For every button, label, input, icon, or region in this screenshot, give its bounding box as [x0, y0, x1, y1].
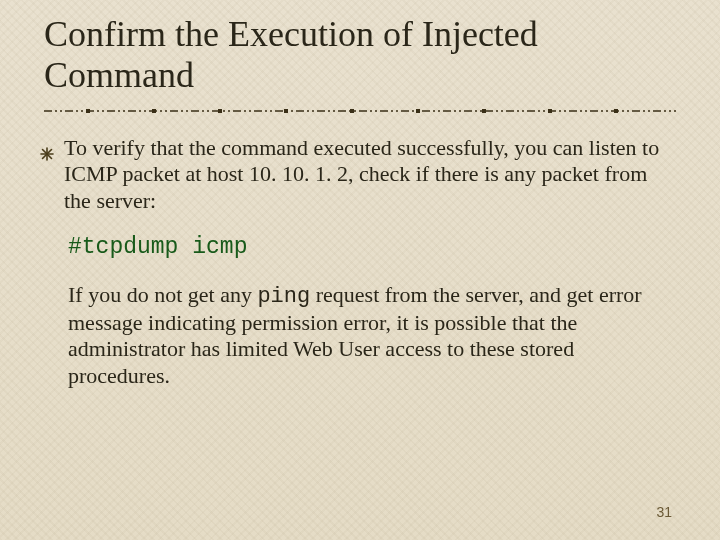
- paragraph: If you do not get any ping request from …: [68, 282, 676, 390]
- slide-number: 31: [656, 504, 672, 520]
- inline-code-ping: ping: [257, 284, 310, 309]
- bullet-item: To verify that the command executed succ…: [40, 135, 676, 214]
- svg-rect-6: [416, 109, 420, 113]
- slide-title: Confirm the Execution of Injected Comman…: [44, 14, 676, 97]
- svg-rect-5: [350, 109, 354, 113]
- svg-rect-8: [548, 109, 552, 113]
- svg-rect-3: [218, 109, 222, 113]
- command-line: #tcpdump icmp: [68, 234, 676, 262]
- svg-rect-2: [152, 109, 156, 113]
- divider-stitch: [44, 107, 676, 117]
- bullet-star-icon: [40, 141, 54, 167]
- svg-rect-7: [482, 109, 486, 113]
- svg-rect-9: [614, 109, 618, 113]
- svg-rect-1: [86, 109, 90, 113]
- stitch-icon: [44, 107, 676, 115]
- bullet-text: To verify that the command executed succ…: [64, 135, 676, 214]
- slide-body: To verify that the command executed succ…: [44, 135, 676, 389]
- para-text-a: If you do not get any: [68, 282, 257, 307]
- slide: Confirm the Execution of Injected Comman…: [0, 0, 720, 540]
- svg-rect-4: [284, 109, 288, 113]
